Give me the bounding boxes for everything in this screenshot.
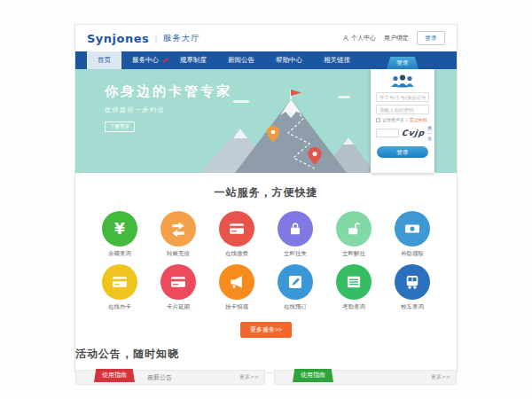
header-links: 个人中心 用户绑定 登录 bbox=[342, 31, 445, 45]
page-background: Synjones | 服务大厅 个人中心 用户绑定 登录 首页 服务中心 规章制… bbox=[0, 0, 532, 399]
services-row-2: 在线办卡 卡片延期 拾卡招领 bbox=[75, 264, 457, 311]
personal-center-link[interactable]: 个人中心 bbox=[342, 34, 376, 43]
service-online-card-apply[interactable]: 在线办卡 bbox=[95, 264, 145, 311]
captcha-row: Cvjp 换一张 bbox=[376, 125, 429, 141]
services-title: 一站服务，方便快捷 bbox=[75, 185, 457, 200]
unlock-icon bbox=[345, 220, 363, 238]
edit-icon bbox=[286, 273, 304, 291]
users-icon bbox=[390, 74, 415, 88]
hero-banner: 你身边的卡管专家 提供捷径一步到位 了解更多 bbox=[75, 69, 457, 173]
header-divider: | bbox=[154, 34, 157, 43]
user-binding-label: 用户绑定 bbox=[384, 34, 409, 43]
login-options: 记住用户名 | 忘记密码 bbox=[376, 117, 429, 122]
announcement-panels: 使用指南 最新公告 更多>> 使用指南 更多>> bbox=[75, 370, 457, 385]
website-screenshot: Synjones | 服务大厅 个人中心 用户绑定 登录 首页 服务中心 规章制… bbox=[75, 25, 457, 372]
services-row-1: ¥ 余额查询 转账充值 在线缴费 bbox=[75, 211, 457, 258]
guide-panel-header-2: 使用指南 更多>> bbox=[274, 370, 457, 385]
hero-cta-button[interactable]: 了解更多 bbox=[105, 121, 135, 132]
login-panel: 登录 记住用户名 | 忘记密码 Cvjp 换一张 bbox=[371, 57, 434, 173]
guide-ribbon-red[interactable]: 使用指南 bbox=[94, 369, 135, 382]
captcha-refresh-link[interactable]: 换一张 bbox=[427, 125, 432, 141]
guide-panel-header: 使用指南 最新公告 更多>> bbox=[75, 370, 265, 385]
options-divider: | bbox=[406, 117, 408, 122]
more-services-button[interactable]: 更多服务>> bbox=[240, 322, 292, 338]
service-transfer-recharge[interactable]: 转账充值 bbox=[153, 211, 203, 258]
site-name: 服务大厅 bbox=[163, 33, 200, 44]
remember-label: 记住用户名 bbox=[382, 117, 404, 122]
bank-card-icon bbox=[111, 273, 129, 291]
service-subsidy[interactable]: 补助领取 bbox=[387, 211, 437, 258]
nav-item-home[interactable]: 首页 bbox=[87, 51, 121, 69]
personal-center-label: 个人中心 bbox=[351, 34, 376, 43]
nav-item-links[interactable]: 相关链接 bbox=[313, 51, 361, 69]
hero-subtitle: 提供捷径一步到位 bbox=[105, 106, 232, 114]
logo-area: Synjones | 服务大厅 bbox=[87, 32, 200, 45]
nav-item-news[interactable]: 新闻公告 bbox=[217, 51, 265, 69]
bus-icon bbox=[403, 273, 421, 291]
cloud-icon bbox=[233, 100, 249, 103]
bank-card-icon bbox=[228, 220, 246, 238]
service-school-bus[interactable]: 校车查询 bbox=[387, 264, 437, 311]
nav-item-service-center[interactable]: 服务中心 bbox=[121, 51, 169, 69]
megaphone-icon bbox=[228, 273, 246, 291]
hero-text: 你身边的卡管专家 提供捷径一步到位 了解更多 bbox=[105, 83, 232, 132]
hero-title: 你身边的卡管专家 bbox=[105, 83, 232, 100]
more-link[interactable]: 更多>> bbox=[239, 373, 259, 381]
nav-item-help[interactable]: 帮助中心 bbox=[265, 51, 313, 69]
login-submit-button[interactable]: 登录 bbox=[377, 146, 428, 158]
service-found-card[interactable]: 拾卡招领 bbox=[212, 264, 262, 311]
password-input[interactable] bbox=[376, 105, 429, 114]
login-form: 记住用户名 | 忘记密码 Cvjp 换一张 登录 bbox=[371, 69, 434, 173]
service-balance-inquiry[interactable]: ¥ 余额查询 bbox=[95, 211, 145, 258]
remember-checkbox[interactable] bbox=[376, 118, 380, 122]
header-login-button[interactable]: 登录 bbox=[417, 31, 445, 45]
captcha-image[interactable]: Cvjp bbox=[401, 129, 425, 137]
nav-item-rules[interactable]: 规章制度 bbox=[169, 51, 217, 69]
flag-icon bbox=[291, 90, 301, 96]
banknote-icon bbox=[403, 220, 421, 238]
latest-announcements-tab[interactable]: 最新公告 bbox=[147, 373, 172, 382]
synjones-logo[interactable]: Synjones bbox=[87, 32, 149, 45]
username-input[interactable] bbox=[376, 92, 429, 102]
guide-ribbon-green[interactable]: 使用指南 bbox=[293, 369, 333, 382]
service-online-payment[interactable]: 在线缴费 bbox=[212, 211, 262, 258]
forgot-password-link[interactable]: 忘记密码 bbox=[410, 117, 427, 122]
announcements-section: 活动公告，随时知晓 使用指南 最新公告 更多>> 使用指南 更多>> bbox=[75, 347, 457, 385]
service-attendance[interactable]: 考勤查询 bbox=[329, 264, 379, 311]
service-unfreeze[interactable]: 立即解挂 bbox=[329, 211, 379, 258]
login-tab[interactable]: 登录 bbox=[387, 57, 419, 69]
transfer-icon bbox=[169, 220, 187, 238]
more-link[interactable]: 更多>> bbox=[431, 373, 450, 381]
yen-icon: ¥ bbox=[114, 222, 125, 237]
service-online-booking[interactable]: 在线预订 bbox=[270, 264, 320, 311]
service-report-loss[interactable]: 立即挂失 bbox=[270, 211, 320, 258]
service-card-extension[interactable]: 卡片延期 bbox=[153, 264, 203, 311]
lock-icon bbox=[286, 220, 304, 238]
announcements-title: 活动公告，随时知晓 bbox=[75, 347, 457, 362]
cloud-icon bbox=[338, 96, 350, 98]
captcha-input[interactable] bbox=[376, 129, 399, 137]
services-section: 一站服务，方便快捷 ¥ 余额查询 转账充值 bbox=[75, 173, 457, 338]
site-header: Synjones | 服务大厅 个人中心 用户绑定 登录 bbox=[75, 25, 457, 51]
person-icon bbox=[342, 35, 349, 42]
bank-card-icon bbox=[169, 273, 187, 291]
list-icon bbox=[345, 273, 363, 291]
user-binding-link[interactable]: 用户绑定 bbox=[384, 34, 409, 43]
